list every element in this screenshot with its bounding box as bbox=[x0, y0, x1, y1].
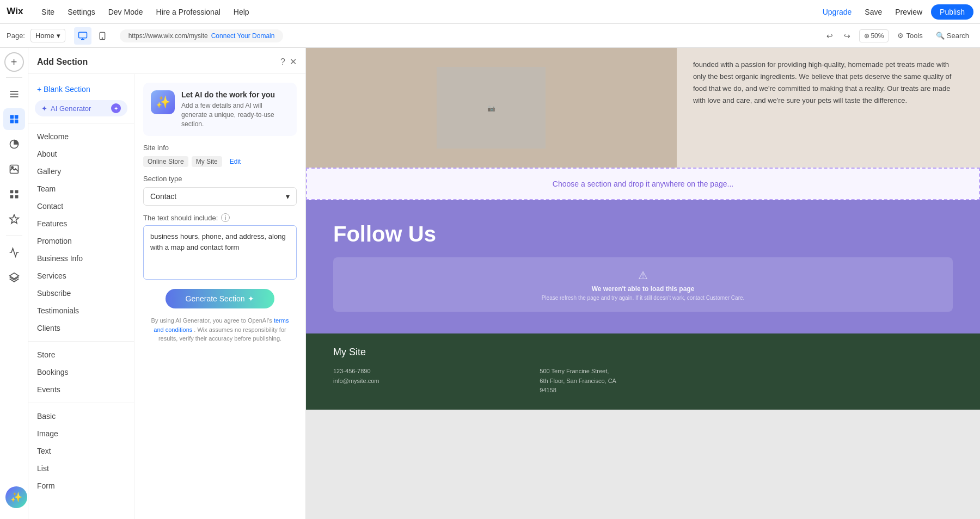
url-bar: https://www.wix.com/mysite Connect Your … bbox=[120, 29, 284, 42]
site-info-edit-link[interactable]: Edit bbox=[225, 156, 246, 167]
sidebar-add-button[interactable]: + bbox=[4, 52, 24, 72]
svg-rect-18 bbox=[10, 195, 13, 199]
second-bar-right: ↩ ↪ ⊕ 50% ⚙ Tools 🔍 Search bbox=[822, 28, 973, 44]
desktop-device-button[interactable] bbox=[74, 27, 91, 45]
tools-icon: ⚙ bbox=[897, 32, 904, 40]
site-tag-store[interactable]: Online Store bbox=[143, 156, 188, 167]
sidebar-apps-icon[interactable] bbox=[3, 183, 25, 205]
device-buttons bbox=[74, 27, 111, 45]
generate-section-button[interactable]: Generate Section ✦ bbox=[166, 289, 274, 308]
svg-rect-9 bbox=[10, 115, 14, 119]
footer-cols: 123-456-7890 info@mysite.com 500 Terry F… bbox=[333, 367, 953, 396]
sidebar-media-icon[interactable] bbox=[3, 158, 25, 180]
nav-item-features[interactable]: Features bbox=[28, 215, 134, 232]
nav-hire[interactable]: Hire a Professional bbox=[150, 0, 227, 24]
canvas-inner: 📷 founded with a passion for providing h… bbox=[306, 48, 980, 410]
ai-promo-description: Add a few details and AI will generate a… bbox=[181, 101, 289, 128]
search-icon: 🔍 bbox=[936, 32, 945, 40]
ai-assistant-button[interactable]: ✨ bbox=[5, 486, 27, 508]
nav-help[interactable]: Help bbox=[227, 0, 256, 24]
info-icon[interactable]: i bbox=[221, 213, 230, 222]
undo-button[interactable]: ↩ bbox=[822, 28, 837, 44]
nav-site[interactable]: Site bbox=[35, 0, 61, 24]
nav-item-contact[interactable]: Contact bbox=[28, 197, 134, 215]
nav-item-clients[interactable]: Clients bbox=[28, 319, 134, 337]
footer-disclaimer: By using AI Generator, you agree to Open… bbox=[143, 316, 297, 343]
nav-item-businessinfo[interactable]: Business Info bbox=[28, 250, 134, 267]
svg-text:📷: 📷 bbox=[487, 104, 495, 112]
nav-item-services[interactable]: Services bbox=[28, 267, 134, 285]
nav-devmode[interactable]: Dev Mode bbox=[102, 0, 150, 24]
footer-phone: 123-456-7890 bbox=[333, 367, 533, 376]
sidebar-pages-icon[interactable] bbox=[3, 83, 25, 105]
text-include-textarea[interactable] bbox=[143, 225, 297, 280]
nav-settings[interactable]: Settings bbox=[61, 0, 102, 24]
ai-panel: ✨ Let AI do the work for you Add a few d… bbox=[134, 74, 305, 519]
upgrade-button[interactable]: Upgrade bbox=[818, 8, 856, 16]
section-type-value: Contact bbox=[150, 192, 176, 201]
text-include-container: The text should include: i bbox=[143, 213, 297, 281]
add-section-panel: Add Section ? ✕ + Blank Section ✦ AI Gen… bbox=[28, 48, 306, 519]
svg-rect-1 bbox=[78, 32, 87, 38]
nav-item-list[interactable]: List bbox=[28, 460, 134, 477]
svg-point-5 bbox=[102, 38, 102, 38]
nav-item-store[interactable]: Store bbox=[28, 346, 134, 363]
drop-zone-text: Choose a section and drop it anywhere on… bbox=[553, 180, 733, 188]
generate-section-label: Generate Section bbox=[186, 294, 245, 303]
publish-button[interactable]: Publish bbox=[931, 4, 973, 20]
svg-rect-17 bbox=[15, 190, 18, 194]
nav-item-welcome[interactable]: Welcome bbox=[28, 128, 134, 145]
section-nav: + Blank Section ✦ AI Generator ✦ Welcome… bbox=[28, 74, 134, 519]
nav-item-subscribe[interactable]: Subscribe bbox=[28, 285, 134, 302]
follow-widget-inner: ⚠ We weren't able to load this page Plea… bbox=[542, 269, 745, 301]
follow-widget: ⚠ We weren't able to load this page Plea… bbox=[333, 257, 953, 312]
zoom-level: 50% bbox=[871, 32, 884, 40]
blank-section-item[interactable]: + Blank Section bbox=[28, 81, 134, 98]
undo-redo-controls: ↩ ↪ bbox=[822, 28, 855, 44]
svg-rect-19 bbox=[15, 195, 18, 199]
section-type-select[interactable]: Contact ▾ bbox=[143, 187, 297, 206]
ai-generator-button[interactable]: ✦ AI Generator ✦ bbox=[35, 100, 127, 116]
search-button[interactable]: 🔍 Search bbox=[932, 29, 973, 42]
sidebar-plugins-icon[interactable] bbox=[3, 208, 25, 230]
preview-button[interactable]: Preview bbox=[891, 8, 927, 16]
nav-item-form[interactable]: Form bbox=[28, 477, 134, 495]
nav-item-testimonials[interactable]: Testimonials bbox=[28, 302, 134, 319]
footer-col-3 bbox=[746, 367, 953, 396]
sidebar-sections-icon[interactable] bbox=[3, 108, 25, 130]
site-tag-mysite[interactable]: My Site bbox=[192, 156, 222, 167]
follow-widget-title: We weren't able to load this page bbox=[542, 285, 745, 293]
panel-help-button[interactable]: ? bbox=[280, 57, 285, 67]
nav-item-text[interactable]: Text bbox=[28, 442, 134, 460]
svg-rect-11 bbox=[10, 120, 14, 123]
sidebar-marketing-icon[interactable] bbox=[3, 242, 25, 263]
tools-button[interactable]: ⚙ Tools bbox=[893, 29, 927, 42]
redo-button[interactable]: ↪ bbox=[840, 28, 855, 44]
page-selector[interactable]: Home ▾ bbox=[30, 29, 65, 42]
nav-item-team[interactable]: Team bbox=[28, 180, 134, 197]
ai-promo-text: Let AI do the work for you Add a few det… bbox=[181, 90, 289, 128]
follow-widget-subtext: Please refresh the page and try again. I… bbox=[542, 295, 745, 301]
panel-close-button[interactable]: ✕ bbox=[290, 57, 297, 67]
nav-item-basic[interactable]: Basic bbox=[28, 407, 134, 425]
nav-item-events[interactable]: Events bbox=[28, 381, 134, 398]
nav-item-gallery[interactable]: Gallery bbox=[28, 163, 134, 180]
drop-zone[interactable]: Choose a section and drop it anywhere on… bbox=[306, 168, 980, 200]
mobile-device-button[interactable] bbox=[94, 27, 111, 45]
nav-item-about[interactable]: About bbox=[28, 145, 134, 163]
svg-text:Wix: Wix bbox=[7, 5, 23, 16]
generate-sparkle-icon: ✦ bbox=[248, 294, 254, 303]
panel-title: Add Section bbox=[37, 57, 88, 67]
url-text: https://www.wix.com/mysite bbox=[128, 32, 208, 40]
page-name: Home bbox=[35, 32, 54, 40]
page-label: Page: bbox=[7, 32, 25, 40]
nav-item-promotion[interactable]: Promotion bbox=[28, 232, 134, 250]
save-button[interactable]: Save bbox=[860, 8, 886, 16]
nav-item-image[interactable]: Image bbox=[28, 425, 134, 442]
sidebar-design-icon[interactable] bbox=[3, 133, 25, 155]
connect-domain-link[interactable]: Connect Your Domain bbox=[211, 32, 275, 40]
nav-item-bookings[interactable]: Bookings bbox=[28, 363, 134, 381]
footer-city: 6th Floor, San Francisco, CA bbox=[540, 376, 739, 386]
sidebar-layers-icon[interactable] bbox=[3, 267, 25, 288]
zoom-control[interactable]: ⊕ 50% bbox=[859, 29, 889, 42]
